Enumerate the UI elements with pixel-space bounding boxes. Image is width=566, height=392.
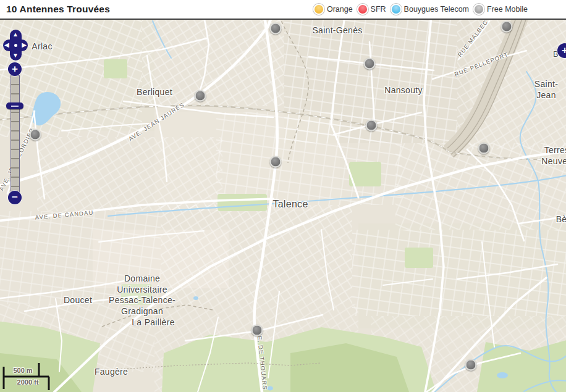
antenna-marker-free-mobile[interactable]: [270, 156, 282, 168]
pan-left-arrow-icon[interactable]: ◀: [4, 42, 9, 48]
map-place-label: La Paillère: [132, 317, 174, 328]
map-place-label: Faugère: [95, 367, 128, 378]
legend-item-orange[interactable]: Orange: [313, 4, 353, 15]
map-canvas[interactable]: ArlacSaint-GenèsBerliquetNansoutySaint-J…: [0, 20, 566, 392]
antenna-marker-free-mobile[interactable]: [270, 23, 282, 35]
legend-item-sfr[interactable]: SFR: [357, 4, 386, 15]
antenna-marker-free-mobile[interactable]: [366, 120, 378, 131]
map-place-label: Saint-Genès: [312, 25, 362, 36]
free-mobile-marker-icon: [473, 4, 484, 15]
zoom-in-button[interactable]: +: [8, 62, 22, 76]
map-place-label: Saint-Jean: [534, 79, 558, 101]
map-place-label: Bègles: [556, 214, 566, 225]
map-place-label: Arlac: [32, 41, 52, 52]
antenna-marker-free-mobile[interactable]: [465, 359, 477, 371]
map-place-label: Talence: [272, 198, 308, 211]
zoom-out-button[interactable]: −: [8, 191, 22, 204]
antenna-marker-free-mobile[interactable]: [251, 325, 263, 336]
antenna-marker-free-mobile[interactable]: [478, 143, 490, 154]
map-place-label: Doucet: [64, 295, 92, 306]
antenna-map-app: 10 Antennes Trouvées OrangeSFRBouygues T…: [0, 0, 566, 392]
scale-metric-label: 500 m: [13, 367, 32, 374]
antenna-marker-free-mobile[interactable]: [30, 129, 41, 141]
legend-label: Free Mobile: [487, 5, 528, 14]
bouygues-telecom-marker-icon: [391, 4, 402, 15]
antenna-marker-free-mobile[interactable]: [195, 90, 206, 102]
zoom-slider-track[interactable]: [11, 75, 20, 193]
antenna-marker-free-mobile[interactable]: [364, 58, 376, 70]
pan-center-dot: [14, 44, 17, 47]
pan-control[interactable]: ▲ ▼ ◀ ▶: [3, 30, 28, 60]
pan-up-arrow-icon[interactable]: ▲: [12, 31, 19, 38]
operator-legend: OrangeSFRBouygues TelecomFree Mobile: [313, 0, 528, 19]
antenna-marker-free-mobile[interactable]: [501, 21, 513, 33]
page-title: 10 Antennes Trouvées: [6, 4, 110, 15]
legend-label: Orange: [327, 5, 353, 14]
legend-label: SFR: [371, 5, 386, 14]
scale-imperial-label: 2000 ft: [17, 378, 39, 386]
map-place-label: Berliquet: [137, 87, 172, 98]
map-place-label: Terres Neuves: [541, 145, 566, 167]
pan-right-arrow-icon[interactable]: ▶: [22, 42, 27, 48]
header: 10 Antennes Trouvées OrangeSFRBouygues T…: [0, 0, 566, 20]
legend-item-free-mobile[interactable]: Free Mobile: [473, 4, 528, 15]
pan-down-arrow-icon[interactable]: ▼: [12, 52, 19, 59]
map-place-label: Domaine Universitaire Pessac-Talence- Gr…: [109, 273, 175, 317]
zoom-slider-handle[interactable]: [6, 102, 23, 109]
map-place-label: Nansouty: [384, 85, 423, 96]
sfr-marker-icon: [357, 4, 368, 15]
orange-marker-icon: [313, 4, 324, 15]
legend-item-bouygues-telecom[interactable]: Bouygues Telecom: [391, 4, 469, 15]
legend-label: Bouygues Telecom: [404, 5, 469, 14]
